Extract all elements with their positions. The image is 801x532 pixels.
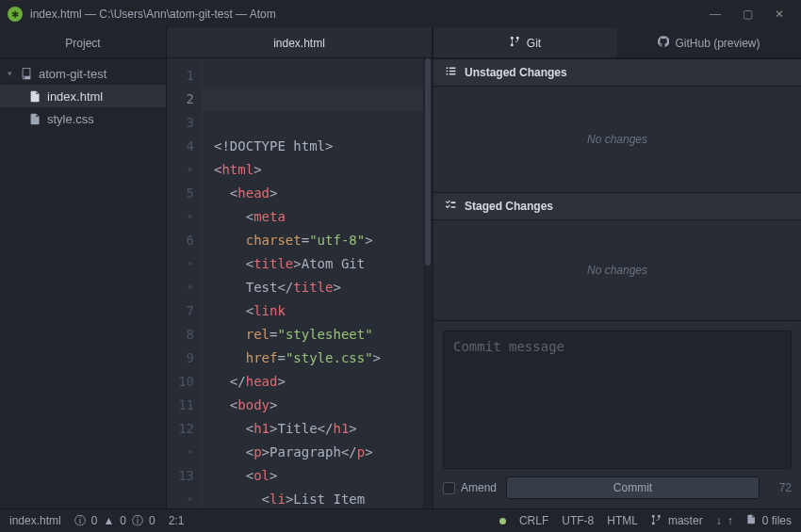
unstaged-header[interactable]: Unstaged Changes [433, 58, 801, 87]
status-filename[interactable]: index.html [9, 514, 61, 527]
staged-body: No changes [433, 220, 801, 320]
repo-icon [20, 67, 33, 80]
tree-file-label: index.html [47, 89, 103, 104]
amend-checkbox[interactable]: Amend [443, 481, 497, 494]
editor-pane: index.html 1234•5•6••789101112•13• <!DOC… [167, 28, 433, 508]
line-number: 13 [167, 464, 194, 488]
status-grammar[interactable]: HTML [607, 514, 638, 527]
titlebar: ✱ index.html — C:\Users\Ann\atom-git-tes… [0, 0, 801, 28]
line-number: • [167, 158, 194, 182]
line-number: 1 [167, 64, 194, 88]
code-line: <link [214, 299, 433, 323]
line-number: 9 [167, 347, 194, 370]
warning-icon: ▲ [103, 514, 114, 527]
file-tree: ▾ atom-git-test index.html style.css [0, 58, 166, 130]
status-bar: index.html ⓘ0 ▲0 ⓘ0 2:1 CRLF UTF-8 HTML … [0, 508, 801, 532]
no-changes-text: No changes [587, 133, 647, 146]
code-area[interactable]: <!DOCTYPE html><html> <head> <meta chars… [203, 58, 433, 508]
unstaged-header-label: Unstaged Changes [465, 66, 567, 79]
line-number: 2 [167, 88, 194, 111]
line-number: 3 [167, 111, 194, 135]
status-line-ending[interactable]: CRLF [519, 514, 548, 527]
checklist-icon [445, 199, 457, 214]
amend-label: Amend [461, 481, 497, 494]
code-line: href="style.css"> [214, 347, 433, 370]
list-icon [445, 65, 457, 80]
file-icon [28, 113, 41, 125]
line-number: 12 [167, 417, 194, 441]
project-header: Project [0, 28, 166, 58]
code-line: Test</title> [214, 276, 433, 299]
info-icon: ⓘ [132, 513, 143, 529]
code-line: <title>Atom Git [214, 252, 433, 276]
chevron-down-icon: ▾ [8, 69, 12, 78]
no-changes-text: No changes [587, 264, 647, 277]
editor-tab-label: index.html [273, 37, 325, 50]
commit-button[interactable]: Commit [506, 476, 760, 499]
project-sidebar: Project ▾ atom-git-test index.html style… [0, 28, 167, 508]
line-number: • [167, 441, 194, 464]
line-number: • [167, 205, 194, 229]
close-button[interactable]: ✕ [773, 8, 786, 21]
tab-git-label: Git [527, 37, 541, 50]
atom-app-icon: ✱ [8, 7, 23, 22]
commit-area: Commit message Amend Commit 72 [433, 320, 801, 508]
line-number: 4 [167, 135, 194, 158]
chars-remaining: 72 [769, 481, 792, 494]
status-cursor[interactable]: 2:1 [169, 514, 185, 527]
commit-message-input[interactable]: Commit message [443, 330, 792, 469]
code-line: <h1>Title</h1> [214, 417, 433, 441]
code-line: <body> [214, 394, 433, 417]
git-merge-icon [510, 36, 521, 50]
code-line: <p>Paragraph</p> [214, 441, 433, 464]
commit-button-label: Commit [613, 481, 652, 494]
maximize-button[interactable]: ▢ [741, 8, 754, 21]
checkbox-icon [443, 482, 455, 494]
window-controls: — ▢ ✕ [709, 8, 793, 21]
tab-git[interactable]: Git [433, 28, 617, 57]
unstaged-body: No changes [433, 87, 801, 192]
arrow-up-icon: ↑ [727, 514, 733, 527]
active-line-highlight [203, 88, 433, 111]
tree-root-label: atom-git-test [39, 67, 106, 81]
code-line: <html> [214, 158, 433, 182]
branch-icon [651, 514, 662, 528]
status-fetch[interactable]: ↓ ↑ [716, 514, 733, 527]
code-line: <ol> [214, 464, 433, 488]
tree-file-index[interactable]: index.html [0, 85, 166, 107]
tab-github-label: GitHub (preview) [675, 37, 760, 50]
status-files[interactable]: 0 files [746, 514, 792, 527]
line-number: 10 [167, 370, 194, 394]
tree-file-style[interactable]: style.css [0, 107, 166, 130]
dot-green-icon [499, 518, 506, 524]
tree-root[interactable]: ▾ atom-git-test [0, 62, 166, 85]
git-tab-bar: Git GitHub (preview) [433, 28, 801, 58]
status-clean-indicator [499, 518, 506, 524]
status-diagnostics[interactable]: ⓘ0 ▲0 ⓘ0 [74, 513, 155, 529]
tree-file-label: style.css [47, 112, 94, 126]
file-icon [746, 514, 757, 527]
tab-github[interactable]: GitHub (preview) [617, 28, 801, 57]
code-line: rel="stylesheet" [214, 323, 433, 347]
line-number: 8 [167, 323, 194, 347]
staged-header-label: Staged Changes [465, 200, 553, 213]
editor-body[interactable]: 1234•5•6••789101112•13• <!DOCTYPE html><… [167, 58, 433, 508]
line-number: 7 [167, 299, 194, 323]
code-line: <li>List Item [214, 488, 433, 508]
line-number: 5 [167, 182, 194, 205]
minimize-button[interactable]: — [709, 8, 722, 21]
code-line: </head> [214, 370, 433, 394]
line-number: • [167, 252, 194, 276]
file-icon [28, 90, 41, 103]
editor-tab[interactable]: index.html [167, 28, 433, 57]
code-line: <!DOCTYPE html> [214, 135, 433, 158]
line-number: • [167, 276, 194, 299]
staged-header[interactable]: Staged Changes [433, 192, 801, 220]
status-encoding[interactable]: UTF-8 [562, 514, 594, 527]
code-line: charset="utf-8"> [214, 229, 433, 252]
status-branch[interactable]: master [651, 514, 703, 528]
commit-message-placeholder: Commit message [453, 339, 564, 354]
code-line: <head> [214, 182, 433, 205]
editor-tab-bar: index.html [167, 28, 433, 58]
window-title: index.html — C:\Users\Ann\atom-git-test … [30, 8, 276, 21]
